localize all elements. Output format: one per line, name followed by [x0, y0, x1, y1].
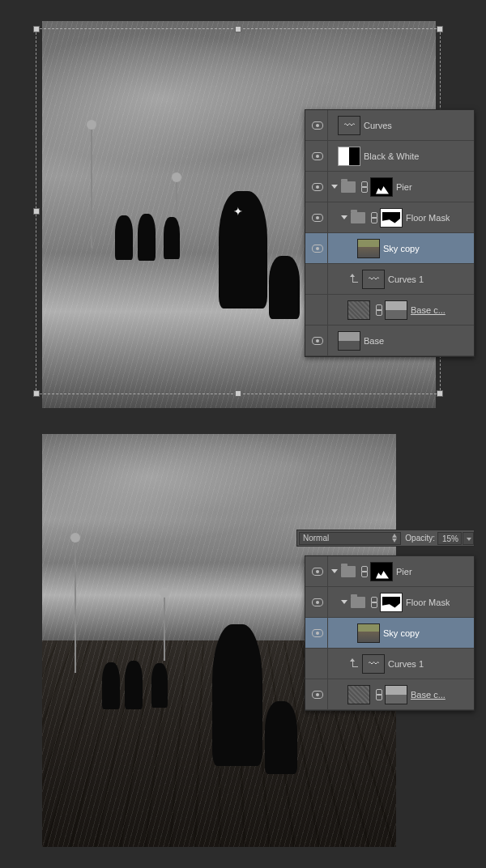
- transform-handle-bl[interactable]: [33, 390, 40, 397]
- visibility-eye-icon[interactable]: [312, 152, 323, 160]
- link-icon: [361, 566, 368, 577]
- transform-handle-br[interactable]: [437, 390, 443, 397]
- layer-label: Sky copy: [383, 628, 420, 638]
- figure-adult: [212, 624, 262, 766]
- visibility-eye-icon[interactable]: [312, 337, 323, 345]
- layer-label: Base c...: [411, 690, 446, 700]
- disclosure-triangle-icon[interactable]: [331, 569, 338, 573]
- layer-label: Base: [364, 336, 384, 346]
- figure: [125, 661, 143, 709]
- layer-sky-copy[interactable]: Sky copy: [305, 233, 474, 264]
- layers-panel: Pier Floor Mask Sky copy 〰 Curves 1 Base…: [305, 555, 475, 711]
- mask-thumb[interactable]: [380, 208, 403, 228]
- link-icon: [371, 597, 377, 608]
- layer-label: Pier: [396, 182, 412, 192]
- layer-label: Curves 1: [388, 274, 424, 284]
- layer-curves-1[interactable]: 〰 Curves 1: [305, 264, 474, 295]
- layer-thumb[interactable]: [338, 331, 360, 351]
- mask-thumb[interactable]: [385, 300, 407, 320]
- layer-base[interactable]: Base: [305, 326, 474, 356]
- figure: [102, 662, 120, 709]
- visibility-eye-icon[interactable]: [312, 598, 323, 606]
- lamp-post: [91, 126, 92, 248]
- visibility-eye-icon[interactable]: [312, 568, 323, 576]
- figure: [164, 217, 180, 259]
- layers-panel: 〰 Curves Black & White Pier Floor Mask S…: [305, 109, 475, 357]
- disclosure-triangle-icon[interactable]: [341, 600, 347, 604]
- visibility-eye-icon[interactable]: [312, 183, 323, 191]
- lamp-post: [164, 594, 165, 661]
- visibility-eye-icon[interactable]: [312, 121, 323, 130]
- layer-thumb[interactable]: [357, 623, 380, 643]
- link-icon: [371, 212, 377, 223]
- mask-thumb[interactable]: [380, 593, 403, 612]
- layer-curves-1[interactable]: 〰 Curves 1: [305, 649, 474, 679]
- opacity-dropdown-button[interactable]: [463, 532, 474, 545]
- layer-sky-copy[interactable]: Sky copy: [305, 618, 474, 649]
- mask-thumb[interactable]: [370, 177, 393, 197]
- clipping-mask-icon: [351, 275, 359, 283]
- disclosure-triangle-icon[interactable]: [341, 215, 347, 219]
- mask-thumb[interactable]: [385, 685, 407, 704]
- layer-group-pier[interactable]: Pier: [305, 556, 474, 587]
- link-icon: [361, 181, 368, 193]
- visibility-eye-icon[interactable]: [312, 214, 323, 222]
- layer-label: Curves: [364, 121, 392, 130]
- layer-label: Black & White: [364, 151, 419, 161]
- disclosure-triangle-icon[interactable]: [331, 185, 338, 189]
- folder-icon: [341, 566, 356, 577]
- blend-mode-select[interactable]: Normal: [299, 532, 401, 545]
- layer-label: Curves 1: [388, 659, 424, 669]
- opacity-label: Opacity:: [405, 534, 435, 542]
- layer-group-floor-mask[interactable]: Floor Mask: [305, 587, 474, 618]
- layer-label: Sky copy: [383, 244, 420, 253]
- figure: [138, 214, 156, 261]
- layer-group-pier[interactable]: Pier: [305, 172, 474, 202]
- adjustment-thumb: 〰: [362, 654, 385, 674]
- layer-thumb[interactable]: [347, 300, 370, 320]
- adjustment-thumb: [338, 147, 360, 166]
- layer-label: Floor Mask: [406, 213, 450, 223]
- visibility-eye-icon[interactable]: [312, 245, 323, 253]
- adjustment-thumb: 〰: [362, 270, 385, 289]
- folder-icon: [351, 212, 365, 223]
- figure: [115, 215, 133, 260]
- visibility-eye-icon[interactable]: [312, 691, 323, 699]
- folder-icon: [351, 597, 365, 608]
- mask-thumb[interactable]: [370, 562, 393, 581]
- clipping-mask-icon: [351, 660, 359, 668]
- visibility-eye-icon[interactable]: [312, 629, 323, 637]
- layer-label: Base c...: [411, 305, 446, 315]
- layer-label: Pier: [396, 567, 412, 577]
- transform-handle-tr[interactable]: [437, 26, 443, 32]
- figure-child: [265, 701, 297, 774]
- transform-handle-tl[interactable]: [33, 26, 40, 32]
- blend-mode-value: Normal: [303, 534, 329, 542]
- layer-curves[interactable]: 〰 Curves: [305, 110, 474, 141]
- blend-opacity-bar: Normal Opacity: 15%: [296, 530, 475, 547]
- figure: [151, 663, 168, 708]
- layer-thumb[interactable]: [357, 239, 380, 258]
- opacity-input[interactable]: 15%: [437, 532, 462, 545]
- adjustment-thumb: 〰: [338, 116, 360, 135]
- layer-thumb[interactable]: [347, 685, 370, 704]
- layer-group-floor-mask[interactable]: Floor Mask: [305, 202, 474, 233]
- layer-label: Floor Mask: [406, 598, 450, 607]
- transform-handle-l[interactable]: [33, 208, 40, 215]
- lamp-post: [75, 539, 76, 673]
- figure-adult: [219, 191, 267, 308]
- layer-black-white[interactable]: Black & White: [305, 141, 474, 172]
- layer-base-copy[interactable]: Base c...: [305, 679, 474, 710]
- link-icon: [376, 689, 382, 700]
- layer-base-copy[interactable]: Base c...: [305, 295, 474, 326]
- figure-child: [269, 256, 300, 319]
- link-icon: [376, 304, 382, 316]
- folder-icon: [341, 181, 356, 193]
